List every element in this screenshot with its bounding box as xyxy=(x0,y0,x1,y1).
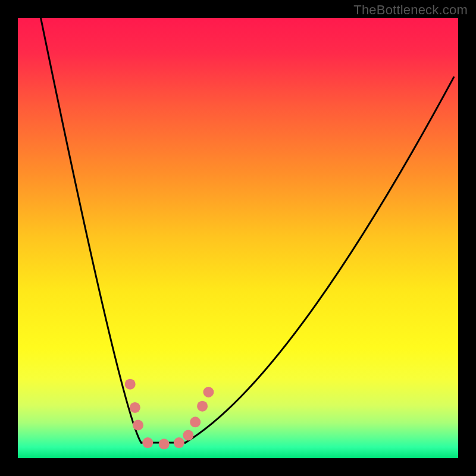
marker-point xyxy=(190,416,201,427)
marker-point xyxy=(174,437,184,448)
marker-point xyxy=(197,401,208,412)
curve-right xyxy=(185,77,453,443)
marker-point xyxy=(159,439,170,449)
curve-left xyxy=(40,18,141,443)
plot-area xyxy=(18,18,458,458)
bottleneck-curve xyxy=(18,18,458,458)
marker-point xyxy=(133,420,143,431)
marker-point xyxy=(203,387,214,397)
marker-point xyxy=(142,437,153,448)
chart-frame: TheBottleneck.com xyxy=(0,0,476,476)
watermark-text: TheBottleneck.com xyxy=(353,2,468,18)
marker-point xyxy=(130,402,140,413)
marker-group xyxy=(125,379,214,450)
marker-point xyxy=(125,379,136,390)
marker-point xyxy=(183,430,193,441)
